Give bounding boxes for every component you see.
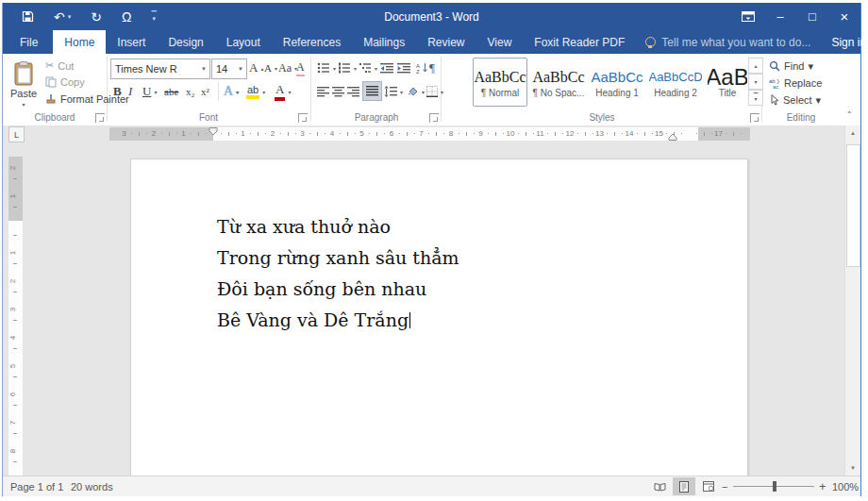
align-left-button[interactable] [317, 82, 329, 101]
tab-file[interactable]: File [5, 30, 53, 54]
replace-button[interactable]: abac Replace [769, 75, 822, 91]
italic-button[interactable]: I [128, 82, 132, 101]
tab-stop-selector[interactable]: L [8, 126, 25, 142]
word-count[interactable]: 20 words [71, 476, 113, 496]
styles-gallery-more-button[interactable]: ▔▾ [748, 90, 763, 106]
horizontal-ruler[interactable]: 32112345678910111213141517 [109, 127, 750, 141]
tab-insert[interactable]: Insert [106, 30, 157, 54]
document-line[interactable]: Bê Vàng và Dê Trắng [217, 305, 459, 336]
tab-view[interactable]: View [476, 30, 524, 54]
tab-design[interactable]: Design [157, 30, 214, 54]
font-dialog-launcher-icon[interactable] [298, 113, 308, 123]
ribbon-display-options-button[interactable] [732, 3, 764, 30]
redo-button[interactable]: ↻ [91, 10, 102, 24]
clipboard-dialog-launcher-icon[interactable] [95, 113, 105, 123]
right-indent-marker[interactable] [668, 133, 678, 141]
copy-button[interactable]: Copy [45, 75, 85, 89]
save-button[interactable] [22, 10, 34, 23]
page-indicator[interactable]: Page 1 of 1 [10, 476, 63, 496]
change-case-button[interactable]: Aa▾ [278, 58, 297, 77]
shading-button[interactable]: ▾ [407, 82, 425, 101]
zoom-out-button[interactable]: − [722, 476, 727, 496]
vertical-ruler[interactable]: 21123456789 [8, 142, 23, 476]
web-layout-button[interactable] [697, 477, 720, 495]
tab-mailings[interactable]: Mailings [352, 30, 416, 54]
minimize-button[interactable]: – [764, 3, 796, 30]
subscript-button[interactable]: x₂ [186, 82, 194, 101]
print-layout-button[interactable] [673, 477, 695, 495]
chevron-down-icon[interactable]: ▼ [198, 66, 209, 72]
collapse-ribbon-button[interactable]: ⌃^ [846, 110, 853, 119]
style-normal[interactable]: AaBbCc ¶ Normal [473, 58, 527, 107]
tab-layout[interactable]: Layout [215, 30, 272, 54]
document-line[interactable]: Từ xa xưa thuở nào [217, 211, 459, 242]
align-center-button[interactable] [332, 82, 344, 101]
paragraph-dialog-launcher-icon[interactable] [429, 113, 439, 123]
decrease-indent-button[interactable] [380, 58, 393, 77]
zoom-in-button[interactable]: + [819, 476, 826, 496]
align-left-icon [317, 87, 329, 97]
tab-foxit-reader-pdf[interactable]: Foxit Reader PDF [523, 30, 636, 54]
customize-qat-button[interactable]: ▔▾ [151, 13, 156, 21]
zoom-slider-thumb[interactable] [773, 481, 776, 492]
vertical-scrollbar[interactable]: ▲ ▼ [844, 125, 860, 476]
increase-indent-button[interactable] [397, 58, 410, 77]
tab-home[interactable]: Home [53, 30, 106, 54]
read-mode-button[interactable] [648, 477, 671, 495]
style-heading-2[interactable]: AaBbCcD Heading 2 [648, 58, 703, 107]
insert-symbol-button[interactable]: Ω [122, 10, 131, 24]
maximize-button[interactable]: □ [796, 3, 828, 30]
show-formatting-marks-button[interactable]: ¶ [429, 58, 435, 77]
borders-button[interactable]: ▾ [426, 82, 443, 101]
document-page[interactable]: Từ xa xưa thuở nàoTrong rừng xanh sâu th… [130, 159, 748, 476]
clear-formatting-button[interactable]: A [296, 58, 305, 77]
underline-button[interactable]: U▾ [142, 82, 157, 101]
close-button[interactable]: × [828, 3, 860, 30]
shrink-font-button[interactable]: A▾ [264, 58, 277, 77]
line-spacing-button[interactable]: ▾ [384, 82, 403, 101]
zoom-level[interactable]: 100% [832, 476, 859, 496]
font-name-combo[interactable]: Times New R ▼ [110, 58, 210, 79]
undo-button[interactable]: ↶▾ [54, 10, 71, 24]
styles-scroll-down-button[interactable]: ▾ [748, 74, 763, 90]
document-line[interactable]: Đôi bạn sống bên nhau [217, 274, 459, 305]
style-title[interactable]: AaB Title [707, 58, 748, 107]
style-heading-1[interactable]: AaBbCc Heading 1 [590, 58, 644, 107]
style-no-spacing[interactable]: AaBbCc ¶ No Spac... [531, 58, 586, 107]
bold-button[interactable]: B [113, 82, 122, 101]
font-color-button[interactable]: A▾ [275, 82, 291, 101]
sort-button[interactable]: AZ [416, 58, 428, 77]
superscript-button[interactable]: x² [201, 82, 209, 101]
omega-icon: Ω [122, 10, 131, 24]
sign-in-button[interactable]: Sign in [820, 30, 868, 54]
tell-me-box[interactable]: Tell me what you want to do... [636, 30, 820, 54]
tab-references[interactable]: References [272, 30, 352, 54]
text-effects-button[interactable]: A▾ [224, 82, 239, 101]
scroll-up-button[interactable]: ▲ [845, 125, 860, 141]
strikethrough-button[interactable]: abe [164, 82, 178, 101]
multilevel-list-button[interactable]: ▾ [359, 58, 377, 77]
find-button[interactable]: Find▾ [769, 58, 813, 74]
styles-dialog-launcher-icon[interactable] [750, 113, 760, 123]
bullets-button[interactable]: ▾ [317, 58, 336, 77]
font-size-combo[interactable]: 14 ▼ [211, 58, 247, 79]
chevron-down-icon[interactable]: ▼ [235, 66, 246, 72]
justify-button[interactable] [362, 81, 382, 101]
tab-review[interactable]: Review [416, 30, 476, 54]
grow-font-button[interactable]: A▴ [249, 58, 263, 77]
undo-dropdown-icon[interactable]: ▾ [68, 13, 72, 20]
document-line[interactable]: Trong rừng xanh sâu thẳm [217, 242, 459, 274]
styles-scroll-up-button[interactable]: ▴ [748, 58, 763, 74]
scroll-down-button[interactable]: ▼ [845, 460, 860, 476]
scrollbar-thumb[interactable] [846, 144, 860, 267]
select-button[interactable]: Select▾ [769, 92, 821, 108]
indent-markers[interactable] [209, 127, 219, 141]
numbering-button[interactable]: ▾ [338, 58, 357, 77]
document-text[interactable]: Từ xa xưa thuở nàoTrong rừng xanh sâu th… [217, 211, 459, 336]
ribbon-home: Paste ▾ ✂ Cut Copy Format Painter Clipbo… [3, 54, 860, 126]
text-highlight-button[interactable]: ab▾ [246, 82, 265, 101]
cut-button[interactable]: ✂ Cut [45, 58, 74, 73]
paste-button[interactable]: Paste ▾ [6, 57, 42, 111]
document-area[interactable]: 21123456789 Từ xa xưa thuở nàoTrong rừng… [3, 142, 846, 476]
align-right-button[interactable] [347, 82, 359, 101]
